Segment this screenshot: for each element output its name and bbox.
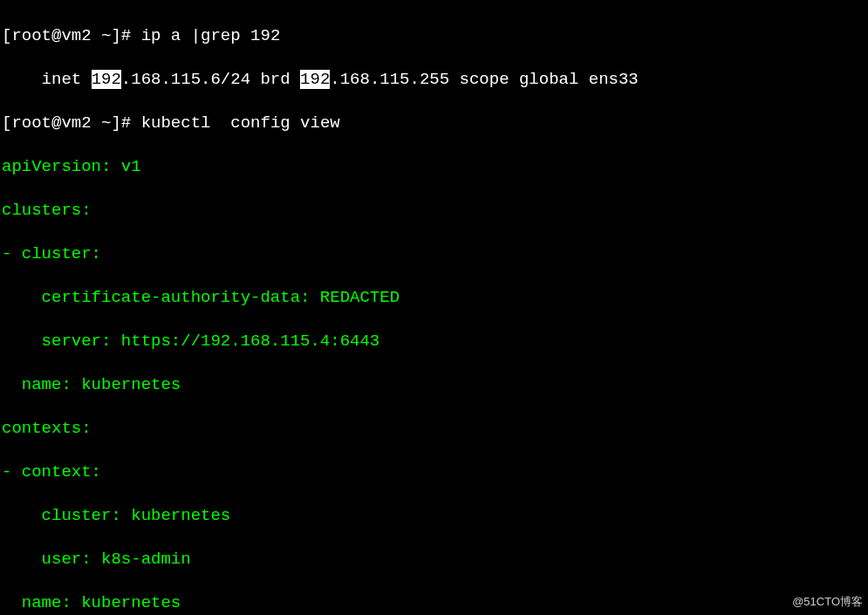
config-line: name: kubernetes [2, 374, 866, 396]
prompt-bracket-close: ]# [111, 26, 140, 45]
command-text: ip a |grep 192 [141, 26, 281, 45]
config-line: certificate-authority-data: REDACTED [2, 287, 866, 309]
config-line: cluster: kubernetes [2, 505, 866, 527]
config-line: name: kubernetes [2, 592, 866, 614]
config-line: - cluster: [2, 243, 866, 265]
prompt-bracket-open: [ [2, 26, 11, 45]
inet-mid: .168.115.6/24 brd [121, 70, 300, 89]
terminal-line: [root@vm2 ~]# ip a |grep 192 [2, 25, 866, 47]
config-line: clusters: [2, 200, 866, 222]
config-line: user: k8s-admin [2, 549, 866, 571]
prompt-bracket-open: [ [2, 113, 11, 133]
grep-highlight: 192 [92, 70, 121, 89]
grep-highlight: 192 [300, 70, 330, 89]
prompt-userhost: root@vm2 [11, 113, 91, 133]
config-line: apiVersion: v1 [2, 156, 866, 178]
prompt-bracket-close: ]# [111, 113, 140, 133]
config-line: server: https://192.168.115.4:6443 [2, 331, 866, 352]
config-line: contexts: [2, 418, 866, 440]
inet-suffix: .168.115.255 scope global ens33 [330, 70, 638, 89]
command-text: kubectl config view [141, 113, 340, 133]
terminal-output[interactable]: [root@vm2 ~]# ip a |grep 192 inet 192.16… [0, 0, 868, 615]
config-line: - context: [2, 461, 866, 483]
inet-indent [2, 70, 42, 89]
watermark: @51CTO博客 [792, 594, 863, 610]
prompt-userhost: root@vm2 [11, 26, 91, 45]
inet-prefix: inet [42, 70, 92, 89]
terminal-line: [root@vm2 ~]# kubectl config view [2, 113, 866, 134]
prompt-tilde: ~ [92, 26, 112, 45]
terminal-line: inet 192.168.115.6/24 brd 192.168.115.25… [2, 69, 866, 91]
prompt-tilde: ~ [92, 113, 112, 133]
